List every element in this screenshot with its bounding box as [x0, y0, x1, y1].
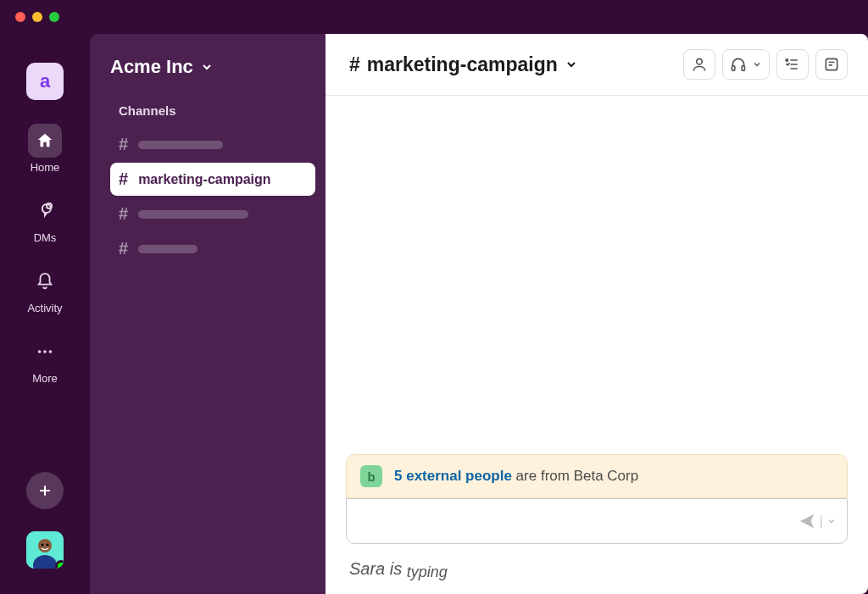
- send-button[interactable]: |: [798, 512, 837, 530]
- channel-row-placeholder-3[interactable]: #: [110, 232, 315, 265]
- hash-icon: #: [119, 239, 128, 258]
- headphones-icon: [730, 56, 747, 73]
- workspace-badge[interactable]: a: [26, 63, 64, 100]
- channel-header: # marketing-campaign: [326, 34, 868, 96]
- workspace-badge-letter: a: [40, 70, 50, 92]
- add-button[interactable]: [26, 472, 64, 509]
- channel-row-marketing-campaign[interactable]: # marketing-campaign: [110, 163, 315, 196]
- channel-details-button[interactable]: [815, 49, 848, 80]
- message-composer[interactable]: |: [346, 498, 848, 544]
- channel-placeholder: [138, 210, 248, 219]
- external-banner-text: 5 external people are from Beta Corp: [394, 468, 638, 485]
- window-zoom-dot[interactable]: [49, 12, 59, 22]
- rail-item-activity[interactable]: Activity: [27, 264, 62, 314]
- svg-rect-11: [742, 66, 744, 71]
- window-controls: [0, 0, 868, 34]
- canvas-button[interactable]: [776, 49, 809, 80]
- svg-point-3: [49, 350, 53, 353]
- rail-item-dms[interactable]: DMs: [28, 194, 62, 244]
- typing-prefix: Sara is: [349, 559, 407, 578]
- channel-row-placeholder-1[interactable]: #: [110, 128, 315, 161]
- avatar[interactable]: [26, 531, 64, 569]
- svg-point-5: [38, 539, 52, 552]
- hash-icon: #: [349, 53, 360, 76]
- workspace-title: Acme Inc: [110, 56, 193, 78]
- chevron-down-icon: [752, 59, 762, 69]
- svg-point-2: [43, 350, 47, 353]
- note-icon: [823, 56, 840, 73]
- header-actions: [683, 49, 848, 80]
- canvas-icon: [784, 56, 801, 73]
- chevron-down-icon: [826, 516, 837, 526]
- presence-indicator: [55, 560, 64, 569]
- svg-point-9: [697, 58, 703, 64]
- hash-icon: #: [119, 204, 128, 224]
- rail-label-home: Home: [31, 161, 60, 174]
- rail-item-more[interactable]: More: [28, 335, 62, 385]
- external-banner[interactable]: b 5 external people are from Beta Corp: [346, 454, 848, 498]
- rail-label-activity: Activity: [27, 302, 62, 314]
- external-org-text: are from Beta Corp: [512, 468, 638, 484]
- huddle-button[interactable]: [722, 49, 770, 80]
- channel-row-placeholder-2[interactable]: #: [110, 197, 315, 230]
- hash-icon: #: [119, 169, 128, 189]
- composer-input[interactable]: [357, 514, 793, 529]
- typing-word: typing: [407, 563, 448, 580]
- dms-icon: [35, 201, 55, 221]
- send-icon: [798, 512, 816, 530]
- typing-indicator: Sara is typing: [346, 559, 848, 579]
- rail-label-dms: DMs: [34, 231, 57, 244]
- channel-title-text: marketing-campaign: [367, 53, 558, 76]
- workspace-switcher[interactable]: Acme Inc: [110, 56, 315, 78]
- person-icon: [691, 56, 708, 73]
- message-area: b 5 external people are from Beta Corp |…: [326, 96, 868, 594]
- nav-rail: a Home DMs Activity More: [0, 34, 90, 594]
- channel-name: marketing-campaign: [138, 172, 270, 187]
- external-badge-letter: b: [367, 469, 375, 484]
- window-close-dot[interactable]: [15, 12, 25, 22]
- svg-point-8: [47, 544, 49, 547]
- members-button[interactable]: [683, 49, 715, 80]
- more-icon: [36, 342, 54, 361]
- svg-rect-10: [732, 66, 735, 71]
- svg-point-12: [786, 59, 788, 62]
- rail-item-home[interactable]: Home: [28, 124, 62, 174]
- chevron-down-icon: [565, 58, 578, 71]
- section-channels-label: Channels: [110, 103, 315, 118]
- external-org-badge: b: [360, 465, 382, 487]
- channel-placeholder: [138, 141, 223, 149]
- svg-point-1: [38, 350, 42, 353]
- chevron-down-icon: [200, 60, 214, 74]
- external-people-link[interactable]: 5 external people: [394, 468, 512, 484]
- sidebar: Acme Inc Channels # # marketing-campaign…: [90, 34, 326, 594]
- channel-placeholder: [138, 245, 198, 253]
- bell-icon: [36, 272, 54, 291]
- svg-point-7: [42, 544, 44, 547]
- plus-icon: [36, 482, 53, 499]
- home-icon: [36, 131, 54, 150]
- window-minimize-dot[interactable]: [32, 12, 42, 22]
- channel-title-button[interactable]: # marketing-campaign: [349, 53, 578, 76]
- hash-icon: #: [119, 135, 128, 154]
- rail-label-more: More: [32, 372, 58, 385]
- main-panel: # marketing-campaign: [326, 34, 868, 594]
